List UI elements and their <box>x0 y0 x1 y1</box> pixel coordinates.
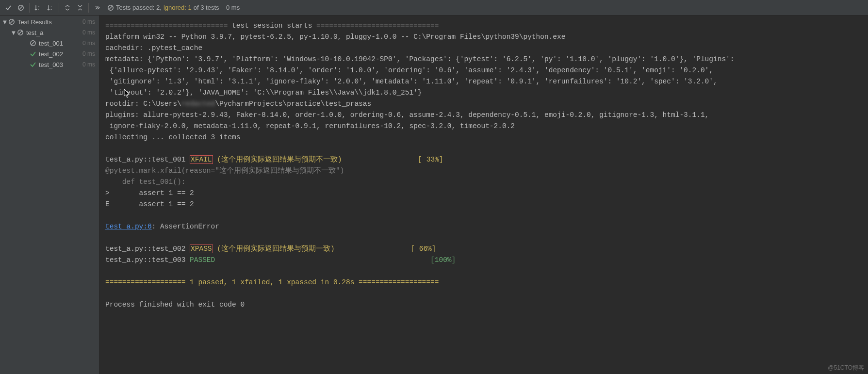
console-line: > assert 1 == 2 <box>105 189 194 197</box>
expand-all-button[interactable] <box>61 1 74 14</box>
redacted-text: redacted <box>181 100 215 108</box>
console-line: E assert 1 == 2 <box>105 200 194 208</box>
collapse-all-button[interactable] <box>74 1 86 14</box>
sort-by-duration-button[interactable]: za <box>44 1 57 14</box>
xpass-badge: XPASS <box>190 244 213 253</box>
watermark-text: @51CTO博客 <box>828 364 864 372</box>
console-line: \PycharmProjects\practice\test_prasas <box>215 100 371 108</box>
console-line: 'gitignore': '1.3', 'html': '3.1.1', 'ig… <box>105 78 718 85</box>
console-line: test_a.py::test_002 <box>105 245 190 253</box>
tree-suite-time: 0 ms <box>82 29 95 36</box>
console-line: plugins: allure-pytest-2.9.43, Faker-8.1… <box>105 111 709 119</box>
console-line: metadata: {'Python': '3.9.7', 'Platform'… <box>105 55 735 63</box>
svg-line-7 <box>109 6 113 9</box>
svg-text:a: a <box>50 8 52 11</box>
console-line: {'allure-pytest': '2.9.43', 'Faker': '8.… <box>105 66 713 74</box>
tree-root-row[interactable]: ▼ Test Results 0 ms <box>0 16 99 27</box>
sort-alphabetically-button[interactable]: az <box>32 1 44 14</box>
tree-root-time: 0 ms <box>82 18 95 25</box>
status-text-suffix: of 3 tests – 0 ms <box>194 4 240 11</box>
console-line: test_a.py::test_001 <box>105 156 190 163</box>
tree-test-time: 0 ms <box>82 50 95 57</box>
show-ignored-button[interactable] <box>15 1 27 14</box>
tree-test-time: 0 ms <box>82 40 95 47</box>
console-exit: Process finished with exit code 0 <box>105 301 245 309</box>
svg-line-13 <box>32 42 35 45</box>
pass-icon <box>29 61 37 68</box>
test-runner-toolbar: az za Tests passed: 2, ignored: 1 of 3 t… <box>0 0 868 16</box>
console-output[interactable]: ============================= test sessi… <box>99 16 868 374</box>
console-line: platform win32 -- Python 3.9.7, pytest-6… <box>105 33 565 41</box>
console-line: ============================= test sessi… <box>105 22 439 30</box>
tree-suite-label: test_a <box>26 29 82 36</box>
chevron-down-icon: ▼ <box>2 18 8 26</box>
console-line: ignore-flaky-2.0.0, metadata-1.11.0, rep… <box>105 122 515 130</box>
console-line: : AssertionError <box>152 223 219 230</box>
console-line: (这个用例实际返回结果与预期不一致) [ 33%] <box>213 156 443 163</box>
skip-icon <box>107 4 114 11</box>
console-line: test_a.py::test_003 <box>105 256 190 264</box>
toolbar-separator <box>29 3 30 13</box>
console-summary: =================== 1 passed, 1 xfailed,… <box>105 278 439 286</box>
skip-icon <box>29 40 37 47</box>
tree-test-row[interactable]: test_001 0 ms <box>0 38 99 49</box>
console-line: collecting ... collected 3 items <box>105 133 240 141</box>
toolbar-separator <box>88 3 89 13</box>
console-line: def test_001(): <box>105 178 185 186</box>
svg-line-11 <box>19 31 22 34</box>
main-area: ▼ Test Results 0 ms ▼ test_a 0 ms test_0… <box>0 16 868 374</box>
console-line: 'timeout': '2.0.2'}, 'JAVA_HOME': 'C:\\P… <box>105 89 422 97</box>
console-line: @pytest.mark.xfail(reason="这个用例实际返回结果与预期… <box>105 167 344 175</box>
svg-text:z: z <box>38 8 39 11</box>
tree-test-time: 0 ms <box>82 61 95 68</box>
console-line: (这个用例实际返回结果与预期一致) [ 66%] <box>213 245 436 253</box>
more-toolbar-button[interactable] <box>91 1 103 14</box>
tree-test-row[interactable]: test_002 0 ms <box>0 49 99 59</box>
status-text-prefix: Tests passed: 2, <box>116 4 162 11</box>
passed-badge: PASSED <box>190 256 215 264</box>
toolbar-separator <box>59 3 59 13</box>
test-tree-panel: ▼ Test Results 0 ms ▼ test_a 0 ms test_0… <box>0 16 99 374</box>
svg-line-9 <box>10 20 14 24</box>
xfail-badge: XFAIL <box>190 155 213 164</box>
console-line: [100%] <box>215 256 456 264</box>
skip-icon <box>16 29 24 36</box>
console-line: rootdir: C:\Users\ <box>105 100 181 108</box>
tree-test-label: test_002 <box>39 50 82 58</box>
skip-icon <box>8 18 16 25</box>
file-link[interactable]: test_a.py:6 <box>105 223 152 230</box>
tree-test-label: test_003 <box>39 61 82 68</box>
show-passed-button[interactable] <box>2 1 15 14</box>
tree-test-row[interactable]: test_003 0 ms <box>0 59 99 70</box>
chevron-down-icon: ▼ <box>11 29 16 36</box>
status-text-ignored: ignored: 1 <box>164 4 192 11</box>
pass-icon <box>29 50 37 57</box>
console-line: cachedir: .pytest_cache <box>105 44 202 52</box>
tree-suite-row[interactable]: ▼ test_a 0 ms <box>0 27 99 38</box>
tree-root-label: Test Results <box>17 18 82 26</box>
tree-test-label: test_001 <box>39 40 82 47</box>
svg-line-1 <box>19 6 23 9</box>
test-status-bar: Tests passed: 2, ignored: 1 of 3 tests –… <box>107 4 240 11</box>
